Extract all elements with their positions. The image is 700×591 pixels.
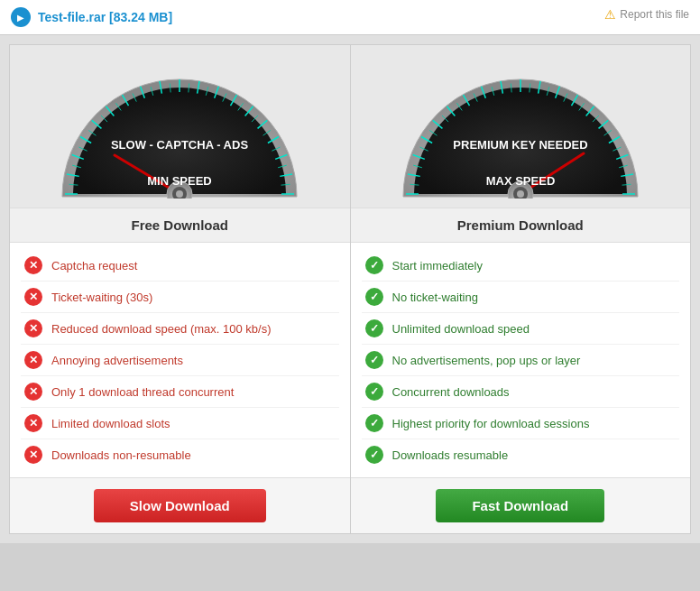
list-item: ✕Limited download slots [21, 408, 339, 439]
svg-text:MIN SPEED: MIN SPEED [147, 174, 212, 188]
premium-speedometer-container: PREMIUM KEY NEEDED MAX SPEED [351, 45, 691, 208]
report-label: Report this file [620, 8, 689, 21]
report-link[interactable]: ⚠ Report this file [604, 7, 689, 22]
check-icon: ✓ [365, 446, 383, 464]
feature-text: Captcha request [51, 259, 137, 272]
file-name: Test-file.rar [83.24 MB] [38, 10, 172, 24]
free-panel-title: Free Download [10, 208, 350, 243]
x-icon: ✕ [24, 319, 42, 337]
premium-btn-area: Fast Download [351, 477, 691, 533]
feature-text: Reduced download speed (max. 100 kb/s) [51, 322, 272, 336]
list-item: ✓Highest priority for download sessions [362, 408, 680, 439]
feature-text: No advertisements, pop ups or layer [392, 354, 581, 367]
slow-download-button[interactable]: Slow Download [94, 489, 266, 522]
x-icon: ✕ [24, 256, 42, 274]
main-container: SLOW - CAPTCHA - ADS MIN SPEED Free Down… [0, 35, 700, 543]
premium-panel-title: Premium Download [351, 208, 691, 243]
svg-point-42 [176, 190, 183, 198]
check-icon: ✓ [365, 256, 383, 274]
feature-text: Ticket-waiting (30s) [51, 291, 152, 304]
x-icon: ✕ [24, 288, 42, 306]
check-icon: ✓ [365, 288, 383, 306]
free-feature-list: ✕Captcha request✕Ticket-waiting (30s)✕Re… [10, 243, 350, 477]
feature-text: No ticket-waiting [392, 291, 478, 304]
list-item: ✕Reduced download speed (max. 100 kb/s) [21, 313, 339, 345]
free-panel: SLOW - CAPTCHA - ADS MIN SPEED Free Down… [9, 44, 351, 534]
list-item: ✕Captcha request [21, 250, 339, 282]
list-item: ✓Unlimited download speed [362, 313, 680, 345]
premium-feature-list: ✓Start immediately✓No ticket-waiting✓Unl… [351, 243, 691, 477]
svg-text:MAX SPEED: MAX SPEED [485, 174, 555, 188]
x-icon: ✕ [24, 351, 42, 369]
free-speedometer: SLOW - CAPTCHA - ADS MIN SPEED [53, 54, 306, 199]
check-icon: ✓ [365, 319, 383, 337]
svg-text:PREMIUM KEY NEEDED: PREMIUM KEY NEEDED [453, 138, 587, 152]
warning-icon: ⚠ [604, 7, 616, 22]
top-bar: Test-file.rar [83.24 MB] ⚠ Report this f… [0, 0, 700, 35]
feature-text: Limited download slots [51, 417, 170, 430]
fast-download-button[interactable]: Fast Download [436, 489, 604, 522]
list-item: ✓Downloads resumable [362, 439, 680, 470]
free-speedometer-container: SLOW - CAPTCHA - ADS MIN SPEED [10, 45, 350, 208]
free-btn-area: Slow Download [10, 477, 350, 533]
feature-text: Downloads non-resumable [51, 448, 191, 462]
feature-text: Unlimited download speed [392, 322, 530, 336]
list-item: ✕Downloads non-resumable [21, 439, 339, 470]
list-item: ✓Start immediately [362, 250, 680, 282]
check-icon: ✓ [365, 383, 383, 401]
check-icon: ✓ [365, 351, 383, 369]
file-icon [11, 7, 31, 27]
x-icon: ✕ [24, 446, 42, 464]
svg-text:SLOW - CAPTCHA - ADS: SLOW - CAPTCHA - ADS [111, 138, 248, 152]
check-icon: ✓ [365, 414, 383, 432]
feature-text: Concurrent downloads [392, 385, 510, 399]
feature-text: Highest priority for download sessions [392, 417, 590, 430]
list-item: ✓Concurrent downloads [362, 376, 680, 408]
premium-panel: PREMIUM KEY NEEDED MAX SPEED Premium Dow… [351, 44, 692, 534]
feature-text: Annoying advertisements [51, 354, 183, 367]
list-item: ✕Ticket-waiting (30s) [21, 282, 339, 313]
list-item: ✕Only 1 download thread concurrent [21, 376, 339, 408]
list-item: ✓No ticket-waiting [362, 282, 680, 313]
feature-text: Start immediately [392, 259, 483, 272]
premium-speedometer: PREMIUM KEY NEEDED MAX SPEED [394, 54, 647, 199]
list-item: ✕Annoying advertisements [21, 345, 339, 376]
x-icon: ✕ [24, 414, 42, 432]
feature-text: Downloads resumable [392, 448, 509, 462]
x-icon: ✕ [24, 383, 42, 401]
list-item: ✓No advertisements, pop ups or layer [362, 345, 680, 376]
feature-text: Only 1 download thread concurrent [51, 385, 234, 399]
svg-point-86 [517, 190, 524, 198]
